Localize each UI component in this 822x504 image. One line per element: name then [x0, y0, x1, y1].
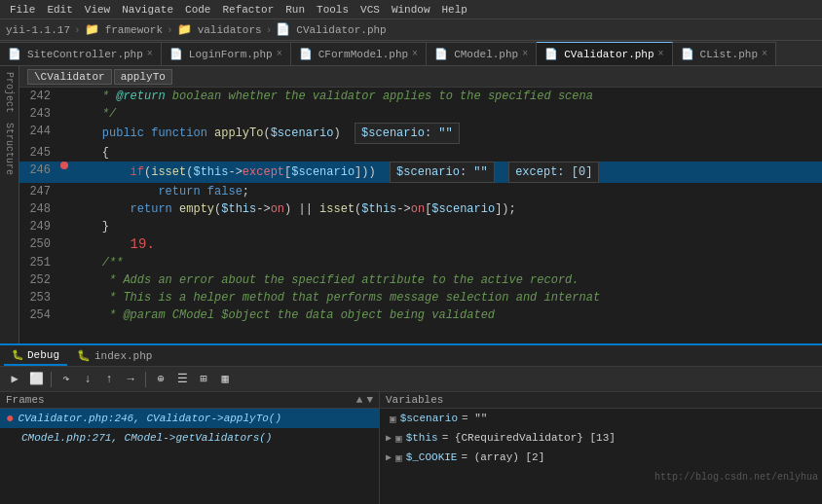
- tab-cformmodel[interactable]: 📄 CFormModel.php ×: [291, 42, 427, 65]
- tab-cvalidator[interactable]: 📄 CValidator.php ×: [537, 42, 672, 65]
- structure-icon[interactable]: Structure: [4, 121, 15, 177]
- menu-code[interactable]: Code: [179, 4, 216, 16]
- tab-close-5[interactable]: ×: [658, 49, 664, 59]
- breakpoint-246: [60, 162, 68, 169]
- run-to-cursor-button[interactable]: →: [122, 371, 139, 388]
- tab-label-3: CFormModel.php: [318, 49, 408, 60]
- var-name-scenario: $scenario: [400, 413, 458, 424]
- menu-refactor[interactable]: Refactor: [216, 4, 280, 16]
- tab-cmodel[interactable]: 📄 CModel.php ×: [427, 42, 537, 65]
- frames-list: ● CValidator.php:246, CValidator->applyT…: [0, 409, 379, 504]
- line-content-254: * @param CModel $object the data object …: [70, 306, 822, 324]
- breadcrumb-validators[interactable]: validators: [198, 24, 262, 36]
- tab-close-2[interactable]: ×: [277, 49, 282, 59]
- line-content-253: * This is a helper method that performs …: [70, 289, 822, 306]
- menu-navigate[interactable]: Navigate: [116, 4, 179, 16]
- tab-icon-5: 📄: [544, 48, 558, 60]
- bottom-tab-debug[interactable]: 🐛 Debug: [4, 345, 67, 366]
- line-content-242: * @return boolean whether the validator …: [70, 88, 822, 105]
- watch-button[interactable]: ⊞: [195, 371, 212, 388]
- line-num-244: 244: [19, 123, 58, 140]
- breadcrumb-file[interactable]: CValidator.php: [296, 24, 386, 36]
- line-num-242: 242: [19, 88, 58, 105]
- var-icon-this: ▣: [395, 432, 402, 445]
- tab-icon-1: 📄: [8, 48, 21, 60]
- menu-tools[interactable]: Tools: [311, 4, 355, 16]
- version-label: yii-1.1.17: [6, 24, 70, 36]
- line-content-246: if(isset($this->except[$scenario])) $sce…: [70, 162, 822, 183]
- project-icon[interactable]: Project: [4, 70, 15, 115]
- frame-down-arrow[interactable]: ▼: [366, 394, 373, 406]
- code-line-243: 243 */: [19, 105, 822, 123]
- line-num-245: 245: [19, 144, 58, 162]
- var-expand-this[interactable]: ▶: [386, 432, 392, 444]
- code-line-245: 245 {: [19, 144, 822, 162]
- step-over-button[interactable]: ↷: [57, 371, 75, 388]
- menu-window[interactable]: Window: [386, 4, 436, 16]
- code-line-253: 253 * This is a helper method that perfo…: [19, 289, 822, 306]
- code-line-249: 249 }: [19, 218, 822, 235]
- breadcrumb-hint-bar: \CValidator applyTo: [19, 66, 822, 88]
- line-content-243: */: [70, 105, 822, 123]
- line-content-247: return false;: [70, 183, 822, 200]
- error-number: 19.: [131, 236, 155, 252]
- var-item-scenario[interactable]: ▣ $scenario = "": [380, 409, 822, 428]
- tab-icon-2: 📄: [169, 48, 183, 60]
- menu-help[interactable]: Help: [436, 4, 473, 16]
- tab-close-3[interactable]: ×: [412, 49, 418, 59]
- line-num-251: 251: [19, 254, 58, 271]
- tab-close-4[interactable]: ×: [522, 49, 528, 59]
- tab-icon-6: 📄: [681, 48, 694, 60]
- tab-sitecontroller[interactable]: 📄 SiteController.php ×: [0, 42, 162, 65]
- code-line-248: 248 return empty($this->on) || isset($th…: [19, 200, 822, 218]
- tab-close-1[interactable]: ×: [147, 49, 153, 59]
- line-num-243: 243: [19, 105, 58, 123]
- gutter-246: [58, 162, 70, 169]
- frame-up-arrow[interactable]: ▲: [356, 394, 363, 406]
- project-toolbar: yii-1.1.17 › 📁 framework › 📁 validators …: [0, 19, 822, 41]
- bc-method-label[interactable]: applyTo: [114, 69, 172, 85]
- tab-label-4: CModel.php: [454, 49, 518, 60]
- frame-bullet-0: ●: [6, 411, 14, 426]
- resume-button[interactable]: ▶: [6, 371, 23, 388]
- variables-label: Variables: [386, 394, 443, 406]
- code-line-252: 252 * Adds an error about the specified …: [19, 271, 822, 289]
- line-content-244: public function applyTo($scenario) $scen…: [70, 123, 822, 144]
- menu-vcs[interactable]: VCS: [355, 4, 386, 16]
- var-item-cookie[interactable]: ▶ ▣ $_COOKIE = (array) [2]: [380, 448, 822, 467]
- tab-label-1: SiteController.php: [27, 49, 143, 60]
- bottom-panel: 🐛 Debug 🐛 index.php ▶ ⬜ ↷ ↓ ↑ → ⊕ ☰ ⊞ ▦ …: [0, 343, 822, 504]
- tab-icon-4: 📄: [434, 48, 448, 60]
- tab-clist[interactable]: 📄 CList.php ×: [673, 42, 776, 65]
- line-num-248: 248: [19, 200, 58, 218]
- frame-nav-arrows[interactable]: ▲ ▼: [356, 394, 373, 406]
- frame-item-0[interactable]: ● CValidator.php:246, CValidator->applyT…: [0, 409, 379, 428]
- frames-button[interactable]: ☰: [173, 371, 191, 388]
- line-num-252: 252: [19, 271, 58, 289]
- code-line-244: 244 public function applyTo($scenario) $…: [19, 123, 822, 144]
- sep1: ›: [74, 24, 81, 36]
- variables-panel-header: Variables: [380, 392, 822, 409]
- menu-run[interactable]: Run: [280, 4, 311, 16]
- frame-text-1: CModel.php:271, CModel->getValidators(): [21, 432, 272, 444]
- var-name-this: $this: [406, 432, 438, 444]
- var-item-this[interactable]: ▶ ▣ $this = {CRequiredValidator} [13]: [380, 428, 822, 448]
- bc-class-label[interactable]: \CValidator: [27, 69, 112, 85]
- menu-file[interactable]: File: [4, 4, 41, 16]
- frame-item-1[interactable]: CModel.php:271, CModel->getValidators(): [0, 428, 379, 448]
- breadcrumb-framework[interactable]: framework: [105, 24, 163, 36]
- line-num-253: 253: [19, 289, 58, 306]
- var-expand-cookie[interactable]: ▶: [386, 451, 392, 463]
- tab-close-6[interactable]: ×: [762, 49, 767, 59]
- menu-view[interactable]: View: [79, 4, 116, 16]
- tab-loginform[interactable]: 📄 LoginForm.php ×: [162, 42, 291, 65]
- stop-button[interactable]: ⬜: [27, 371, 45, 388]
- step-into-button[interactable]: ↓: [79, 371, 96, 388]
- bottom-tab-index[interactable]: 🐛 index.php: [69, 345, 160, 366]
- step-out-button[interactable]: ↑: [100, 371, 118, 388]
- bottom-tabs-bar: 🐛 Debug 🐛 index.php: [0, 345, 822, 367]
- settings-button[interactable]: ▦: [216, 371, 234, 388]
- menu-edit[interactable]: Edit: [41, 4, 78, 16]
- code-editor[interactable]: 242 * @return boolean whether the valida…: [19, 88, 822, 343]
- evaluate-button[interactable]: ⊕: [152, 371, 169, 388]
